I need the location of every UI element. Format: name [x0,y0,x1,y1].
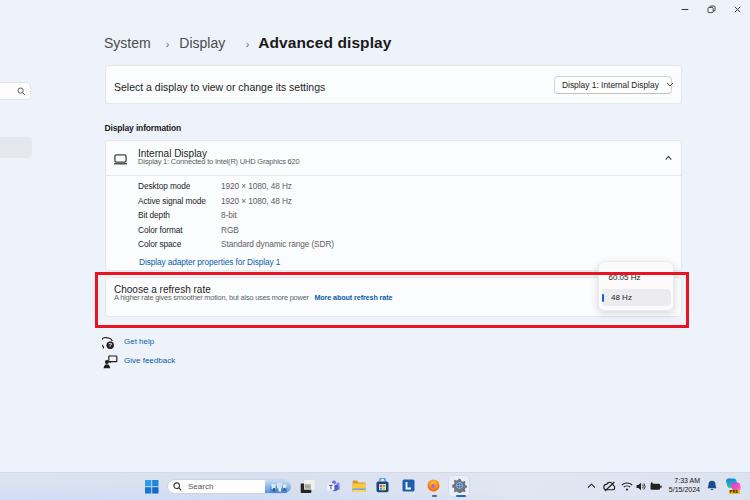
svg-text:?: ? [108,341,112,348]
